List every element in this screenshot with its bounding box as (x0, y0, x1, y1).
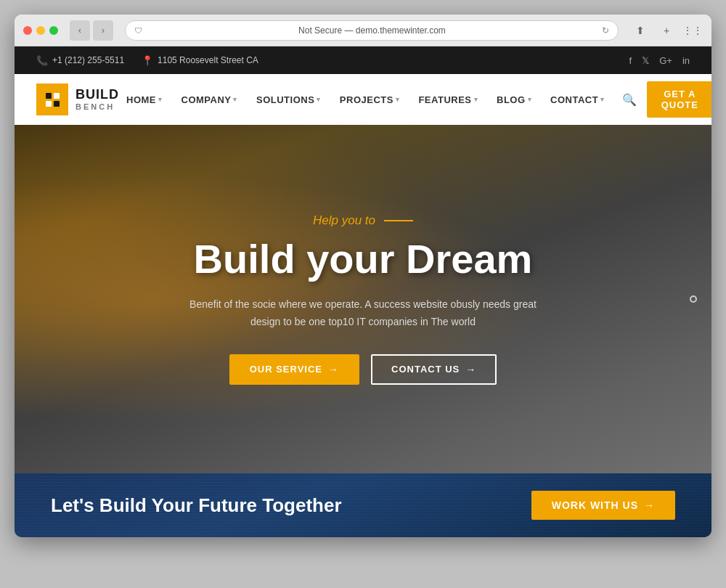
grid-icon[interactable]: ⋮⋮ (682, 20, 703, 41)
nav-contact[interactable]: CONTACT ▾ (543, 89, 612, 111)
contact-us-button[interactable]: CONTACT US → (371, 354, 497, 385)
phone-icon: 📞 (36, 55, 48, 66)
back-button[interactable]: ‹ (70, 20, 90, 41)
chevron-down-icon: ▾ (474, 96, 478, 103)
work-with-us-button[interactable]: Work with us → (531, 491, 675, 520)
chevron-down-icon: ▾ (158, 96, 163, 103)
nav-features[interactable]: FEATURES ▾ (411, 89, 485, 111)
url-text: Not Secure — demo.themewinter.com (148, 25, 596, 36)
logo-icon (36, 83, 68, 115)
security-icon: 🛡 (134, 26, 142, 35)
chevron-down-icon: ▾ (233, 96, 237, 103)
traffic-lights (23, 26, 58, 35)
chevron-down-icon: ▾ (317, 96, 321, 103)
location-icon: 📍 (142, 55, 153, 66)
hero-description: Benefit of the socie where we operate. A… (174, 296, 552, 331)
browser-nav-buttons: ‹ › (70, 20, 113, 41)
website-content: 📞 +1 (212) 255-5511 📍 1105 Roosevelt Str… (15, 46, 711, 537)
nav-company[interactable]: COMPANY ▾ (174, 89, 245, 111)
nav-solutions[interactable]: SOLUTIONS ▾ (249, 89, 328, 111)
chevron-down-icon: ▾ (396, 96, 400, 103)
logo-text: BUILD BENCH (76, 88, 119, 111)
logo-sq-4 (54, 101, 60, 107)
logo-brand: BUILD (76, 88, 119, 102)
close-button[interactable] (23, 26, 32, 35)
search-icon[interactable]: 🔍 (616, 87, 643, 113)
logo-sq-1 (46, 93, 52, 99)
cta-banner: Let's Build Your Future Together Work wi… (15, 473, 711, 537)
site-header: BUILD BENCH HOME ▾ COMPANY ▾ SOLUTIONS ▾ (15, 74, 711, 125)
address-bar[interactable]: 🛡 Not Secure — demo.themewinter.com ↻ (125, 20, 619, 41)
arrow-right-icon: → (644, 499, 655, 511)
logo-tagline: BENCH (76, 102, 119, 111)
googleplus-icon[interactable]: G+ (659, 55, 672, 66)
browser-actions: ⬆ + ⋮⋮ (630, 20, 703, 41)
phone-info: 📞 +1 (212) 255-5511 (36, 55, 124, 66)
hero-subtitle: Help you to (174, 213, 552, 228)
maximize-button[interactable] (49, 26, 58, 35)
hero-content: Help you to Build your Dream Benefit of … (160, 213, 566, 384)
arrow-right-icon: → (328, 364, 339, 375)
share-icon[interactable]: ⬆ (630, 20, 650, 41)
nav-projects[interactable]: PROJECTS ▾ (333, 89, 407, 111)
chevron-down-icon: ▾ (600, 96, 605, 103)
nav-blog[interactable]: BLOG ▾ (489, 89, 539, 111)
logo[interactable]: BUILD BENCH (36, 83, 119, 115)
hero-buttons: OUR SERVICE → CONTACT US → (174, 354, 552, 385)
subtitle-line (384, 220, 413, 221)
hero-section: Help you to Build your Dream Benefit of … (15, 125, 711, 473)
forward-button[interactable]: › (93, 20, 113, 41)
browser-titlebar: ‹ › 🛡 Not Secure — demo.themewinter.com … (15, 15, 711, 46)
slider-dot[interactable] (690, 295, 697, 303)
phone-number: +1 (212) 255-5511 (52, 55, 124, 65)
social-links: f 𝕏 G+ in (629, 55, 690, 66)
minimize-button[interactable] (36, 26, 45, 35)
facebook-icon[interactable]: f (629, 55, 632, 66)
new-tab-icon[interactable]: + (656, 20, 677, 41)
top-bar-left: 📞 +1 (212) 255-5511 📍 1105 Roosevelt Str… (36, 55, 258, 66)
logo-sq-2 (54, 93, 60, 99)
our-service-button[interactable]: OUR SERVICE → (229, 354, 359, 385)
logo-sq-3 (46, 101, 52, 107)
top-bar: 📞 +1 (212) 255-5511 📍 1105 Roosevelt Str… (15, 46, 711, 74)
address-info: 📍 1105 Roosevelt Street CA (142, 55, 258, 66)
reload-icon[interactable]: ↻ (602, 25, 609, 36)
get-quote-button[interactable]: GET A QUOTE (647, 81, 711, 118)
hero-title: Build your Dream (174, 237, 552, 282)
main-nav: HOME ▾ COMPANY ▾ SOLUTIONS ▾ PROJECTS ▾ … (119, 81, 711, 118)
linkedin-icon[interactable]: in (682, 55, 690, 66)
chevron-down-icon: ▾ (528, 96, 532, 103)
arrow-right-icon: → (465, 364, 476, 375)
twitter-icon[interactable]: 𝕏 (642, 55, 649, 66)
address-text: 1105 Roosevelt Street CA (158, 55, 258, 65)
nav-home[interactable]: HOME ▾ (119, 89, 170, 111)
cta-title: Let's Build Your Future Together (51, 494, 342, 517)
